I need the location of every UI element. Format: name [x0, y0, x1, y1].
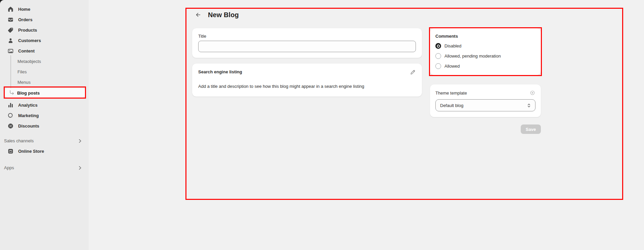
sidebar-subitem-label: Blog posts: [17, 91, 40, 96]
radio-unselected-icon[interactable]: [435, 53, 441, 59]
sidebar-item-label: Analytics: [18, 103, 38, 108]
sidebar-item-menus[interactable]: Menus: [0, 77, 89, 87]
analytics-icon: [7, 102, 14, 108]
page-header: New Blog: [192, 9, 541, 20]
preview-theme-button[interactable]: [529, 90, 535, 96]
comments-card-title: Comments: [435, 34, 535, 39]
corner-down-right-arrow-icon: [9, 90, 15, 96]
sidebar-item-label: Online Store: [18, 149, 44, 154]
sidebar-subitem-label: Files: [17, 69, 27, 74]
arrow-left-icon: [195, 12, 201, 18]
primary-column: Title Search engine listing Add a title …: [192, 28, 422, 97]
content-tree-line: [10, 55, 11, 89]
sidebar-item-blog-posts[interactable]: Blog posts: [5, 88, 85, 98]
sidebar-item-home[interactable]: Home: [0, 4, 89, 14]
chevron-right-icon: [77, 138, 83, 144]
new-blog-page: New Blog Title Search engine listing Add…: [192, 9, 541, 134]
radio-option-label: Allowed: [444, 64, 460, 69]
sidebar-item-label: Orders: [18, 17, 33, 22]
comments-card: Comments Disabled Allowed, pending moder…: [430, 28, 541, 75]
sidebar-item-analytics[interactable]: Analytics: [0, 100, 89, 110]
sidebar-item-label: Home: [18, 7, 30, 12]
pencil-icon: [410, 69, 416, 75]
sidebar-item-label: Products: [18, 28, 37, 33]
theme-template-select[interactable]: Default blog: [435, 99, 535, 111]
sidebar-subitem-label: Metaobjects: [17, 59, 41, 64]
radio-option-label: Allowed, pending moderation: [444, 53, 501, 59]
sidebar-section-sales-channels[interactable]: Sales channels: [0, 136, 89, 146]
theme-template-label: Theme template: [435, 91, 467, 96]
radio-option-allowed[interactable]: Allowed: [435, 63, 535, 69]
sidebar-item-metaobjects[interactable]: Metaobjects: [0, 56, 89, 67]
section-heading: Sales channels: [4, 138, 34, 143]
sidebar-item-discounts[interactable]: Discounts: [0, 121, 89, 131]
content-icon: [7, 48, 14, 54]
sidebar-item-label: Content: [18, 48, 35, 53]
radio-option-disabled[interactable]: Disabled: [435, 43, 535, 49]
save-button[interactable]: Save: [521, 124, 541, 134]
radio-option-label: Disabled: [444, 43, 462, 48]
sidebar-item-customers[interactable]: Customers: [0, 35, 89, 46]
radio-option-allowed-pending-moderation[interactable]: Allowed, pending moderation: [435, 53, 535, 59]
secondary-column: Comments Disabled Allowed, pending moder…: [430, 28, 541, 134]
seo-card-description: Add a title and description to see how t…: [198, 83, 416, 89]
section-heading: Apps: [4, 165, 14, 170]
online-store-icon: [7, 148, 14, 154]
radio-selected-icon[interactable]: [435, 43, 441, 49]
title-card: Title: [192, 28, 422, 58]
sidebar-item-marketing[interactable]: Marketing: [0, 110, 89, 121]
chevron-right-icon: [77, 165, 83, 171]
radio-unselected-icon[interactable]: [435, 63, 441, 69]
edit-seo-button[interactable]: [410, 69, 416, 75]
sidebar-item-files[interactable]: Files: [0, 67, 89, 77]
back-button[interactable]: [194, 10, 203, 20]
sidebar: Home Orders Products Customers Content: [0, 0, 89, 250]
discounts-icon: [7, 123, 14, 129]
search-engine-listing-card: Search engine listing Add a title and de…: [192, 64, 422, 97]
customers-icon: [7, 37, 14, 44]
sidebar-item-label: Customers: [18, 38, 41, 43]
sidebar-item-online-store[interactable]: Online Store: [0, 146, 89, 156]
title-field-label: Title: [198, 34, 416, 39]
sidebar-item-label: Marketing: [18, 113, 39, 118]
select-updown-icon: [526, 103, 532, 108]
page-title: New Blog: [208, 11, 239, 19]
sidebar-item-label: Discounts: [18, 123, 39, 129]
theme-template-selected-value: Default blog: [440, 103, 463, 108]
eye-icon: [529, 90, 535, 96]
marketing-icon: [7, 112, 14, 119]
orders-icon: [7, 16, 14, 23]
home-icon: [7, 6, 14, 12]
sidebar-item-orders[interactable]: Orders: [0, 14, 89, 25]
products-icon: [7, 27, 14, 33]
seo-card-title: Search engine listing: [198, 69, 242, 74]
sidebar-section-apps[interactable]: Apps: [0, 163, 89, 173]
sidebar-subitem-label: Menus: [17, 80, 31, 85]
theme-template-card: Theme template Default blog: [430, 84, 541, 117]
title-input[interactable]: [198, 41, 416, 52]
sidebar-item-content[interactable]: Content: [0, 46, 89, 56]
sidebar-item-products[interactable]: Products: [0, 25, 89, 35]
